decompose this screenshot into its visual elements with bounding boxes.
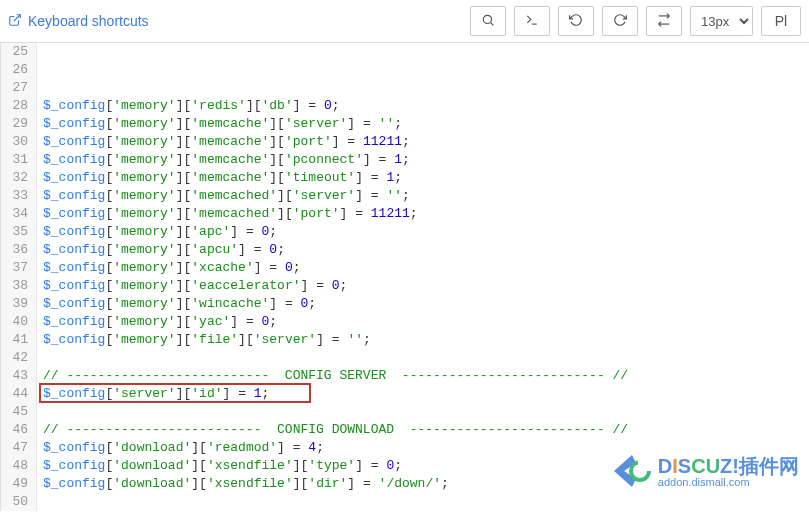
- redo-icon: [613, 13, 627, 30]
- code-line[interactable]: $_config['memory']['memcache']['timeout'…: [43, 169, 809, 187]
- code-line[interactable]: $_config['memory']['eaccelerator'] = 0;: [43, 277, 809, 295]
- swap-icon: [657, 13, 671, 30]
- code-line[interactable]: $_config['memory']['memcached']['server'…: [43, 187, 809, 205]
- svg-point-6: [631, 462, 649, 480]
- toolbar-right: 13px Pl: [470, 6, 801, 36]
- line-number: 45: [9, 403, 28, 421]
- code-line[interactable]: $_config['memory']['yac'] = 0;: [43, 313, 809, 331]
- search-button[interactable]: [470, 6, 506, 36]
- line-number: 47: [9, 439, 28, 457]
- code-line[interactable]: $_config['server']['id'] = 1;: [43, 385, 809, 403]
- watermark-brand: DISCUZ!插件网: [658, 456, 799, 477]
- line-number: 48: [9, 457, 28, 475]
- watermark-url: addon.dismall.com: [658, 477, 799, 489]
- line-number: 38: [9, 277, 28, 295]
- line-number: 49: [9, 475, 28, 493]
- code-line[interactable]: $_config['memory']['apcu'] = 0;: [43, 241, 809, 259]
- line-number: 39: [9, 295, 28, 313]
- code-line[interactable]: $_config['memory']['memcache']['server']…: [43, 115, 809, 133]
- external-link-icon: [8, 13, 22, 30]
- svg-line-2: [491, 22, 494, 25]
- font-size-select[interactable]: 13px: [690, 6, 753, 36]
- terminal-button[interactable]: [514, 6, 550, 36]
- line-number: 26: [9, 61, 28, 79]
- line-number: 36: [9, 241, 28, 259]
- code-line[interactable]: [43, 493, 809, 511]
- swap-button[interactable]: [646, 6, 682, 36]
- watermark-text: DISCUZ!插件网 addon.dismall.com: [658, 456, 799, 489]
- undo-button[interactable]: [558, 6, 594, 36]
- undo-icon: [569, 13, 583, 30]
- code-line[interactable]: $_config['memory']['redis']['db'] = 0;: [43, 97, 809, 115]
- code-line[interactable]: [43, 403, 809, 421]
- code-line[interactable]: $_config['memory']['file']['server'] = '…: [43, 331, 809, 349]
- line-number: 33: [9, 187, 28, 205]
- line-number: 42: [9, 349, 28, 367]
- line-gutter: 2526272829303132333435363738394041424344…: [1, 43, 37, 511]
- keyboard-shortcuts-link[interactable]: Keyboard shortcuts: [28, 13, 149, 29]
- watermark: DISCUZ!插件网 addon.dismall.com: [612, 453, 799, 492]
- search-icon: [481, 13, 495, 30]
- line-number: 32: [9, 169, 28, 187]
- code-line[interactable]: $_config['memory']['xcache'] = 0;: [43, 259, 809, 277]
- line-number: 34: [9, 205, 28, 223]
- logo-icon: [612, 453, 652, 492]
- line-number: 50: [9, 493, 28, 511]
- line-number: 43: [9, 367, 28, 385]
- line-number: 44: [9, 385, 28, 403]
- line-number: 46: [9, 421, 28, 439]
- toolbar: Keyboard shortcuts: [0, 0, 809, 43]
- line-number: 31: [9, 151, 28, 169]
- toolbar-left: Keyboard shortcuts: [8, 13, 149, 30]
- line-number: 40: [9, 313, 28, 331]
- line-number: 37: [9, 259, 28, 277]
- code-line[interactable]: $_config['memory']['memcache']['port'] =…: [43, 133, 809, 151]
- quick-button[interactable]: Pl: [761, 6, 801, 36]
- line-number: 41: [9, 331, 28, 349]
- code-line[interactable]: [43, 349, 809, 367]
- terminal-icon: [525, 13, 539, 30]
- code-area[interactable]: $_config['memory']['redis']['db'] = 0;$_…: [37, 43, 809, 511]
- svg-point-1: [483, 15, 491, 23]
- line-number: 29: [9, 115, 28, 133]
- code-line[interactable]: // -------------------------- CONFIG SER…: [43, 367, 809, 385]
- line-number: 27: [9, 79, 28, 97]
- code-line[interactable]: $_config['memory']['wincache'] = 0;: [43, 295, 809, 313]
- line-number: 35: [9, 223, 28, 241]
- code-line[interactable]: $_config['memory']['apc'] = 0;: [43, 223, 809, 241]
- code-editor[interactable]: 2526272829303132333435363738394041424344…: [0, 43, 809, 511]
- code-line[interactable]: // ------------------------- CONFIG DOWN…: [43, 421, 809, 439]
- redo-button[interactable]: [602, 6, 638, 36]
- line-number: 25: [9, 43, 28, 61]
- line-number: 28: [9, 97, 28, 115]
- svg-line-0: [14, 14, 20, 20]
- code-line[interactable]: $_config['memory']['memcache']['pconnect…: [43, 151, 809, 169]
- code-line[interactable]: $_config['memory']['memcached']['port'] …: [43, 205, 809, 223]
- line-number: 30: [9, 133, 28, 151]
